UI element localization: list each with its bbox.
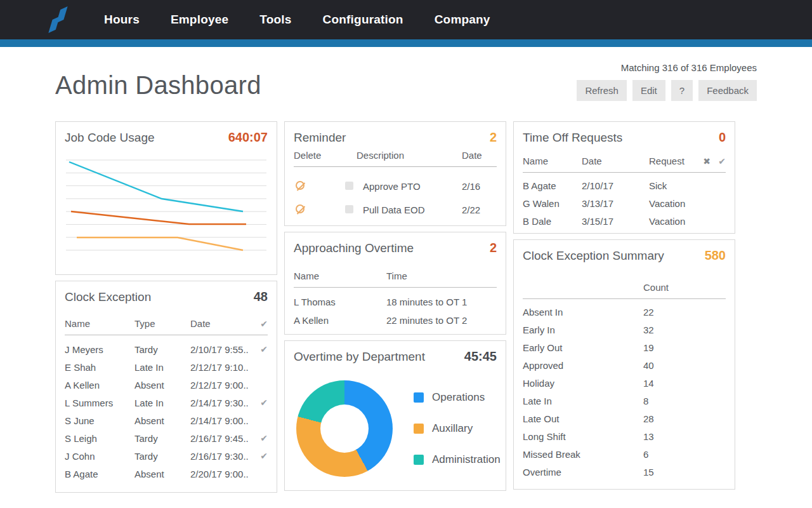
approve-all-icon[interactable]: ✔ [256, 319, 268, 329]
table-row: Holiday 14 [523, 374, 726, 392]
edit-button[interactable]: Edit [632, 80, 665, 101]
cell-date: 3/13/17 [582, 198, 649, 209]
table-row: Pull Data EOD 2/22 [294, 198, 497, 222]
cell-name: A Kellen [294, 315, 386, 326]
cell-request: Vacation [649, 216, 726, 227]
table-row[interactable]: B Dale 3/15/17 Vacation [523, 212, 726, 230]
table-row[interactable]: B Agate Absent 2/20/17 9:00.. [65, 465, 268, 483]
cell-name: J Cohn [65, 451, 134, 462]
table-row[interactable]: E Shah Late In 2/12/17 9:10.. [65, 358, 268, 376]
column-header-type: Type [134, 318, 190, 329]
cell-label: Early In [523, 324, 643, 335]
column-header-date: Date [190, 318, 256, 329]
reminder-checkbox[interactable] [345, 182, 353, 190]
feedback-button[interactable]: Feedback [698, 80, 757, 101]
legend-item: Administration [414, 453, 501, 466]
table-row[interactable]: B Agate 2/10/17 Sick [523, 177, 726, 194]
cell-label: Absent In [523, 307, 643, 318]
job-code-line-chart [65, 154, 268, 255]
approve-all-icon[interactable]: ✔ [710, 156, 726, 166]
table-row[interactable]: J Meyers Tardy 2/10/17 9:55.. ✔ [65, 340, 268, 358]
cell-date: 2/12/17 9:00.. [190, 380, 256, 391]
auxillary-swatch-icon [414, 424, 424, 434]
column-header-description: Description [357, 150, 462, 161]
table-row[interactable]: A Kellen 22 minutes to OT 2 [294, 311, 497, 330]
cell-label: Late In [523, 396, 643, 406]
nav-item-hours[interactable]: Hours [104, 13, 140, 27]
legend-item: Operations [414, 391, 501, 404]
cell-label: Holiday [523, 378, 643, 389]
cell-type: Absent [134, 415, 190, 426]
card-title: Clock Exception [65, 290, 151, 304]
clock-exception-summary-card: Clock Exception Summary 580 Count Absent… [513, 239, 735, 490]
cell-name: L Summers [65, 398, 134, 408]
card-title: Time Off Requests [523, 131, 622, 145]
page-title: Admin Dashboard [55, 71, 261, 100]
cell-date: 2/20/17 9:00.. [190, 469, 256, 479]
delete-reminder-icon[interactable] [296, 181, 304, 190]
column-header-name: Name [523, 156, 582, 166]
cell-count: 8 [643, 396, 726, 406]
table-row[interactable]: S June Absent 2/14/17 9:00.. [65, 411, 268, 429]
cell-type: Late In [134, 398, 190, 408]
cell-name: S June [65, 415, 134, 426]
table-row: Absent In 22 [523, 303, 726, 321]
cell-date: 2/10/17 9:55.. [190, 344, 256, 355]
nav-menu: Hours Employee Tools Configuration Compa… [104, 13, 490, 27]
accent-stripe [0, 39, 812, 47]
table-row[interactable]: L Summers Late In 2/14/17 9:30.. ✔ [65, 394, 268, 411]
reminder-checkbox[interactable] [345, 205, 353, 213]
time-off-count: 0 [719, 130, 726, 145]
table-row[interactable]: L Thomas 18 minutes to OT 1 [294, 293, 497, 311]
cell-type: Tardy [134, 344, 190, 355]
card-title: Clock Exception Summary [523, 249, 664, 263]
cell-date: 2/10/17 [582, 180, 649, 191]
card-title: Approaching Overtime [294, 241, 414, 255]
cell-name: B Dale [523, 216, 582, 227]
table-row[interactable]: S Leigh Tardy 2/16/17 9:45.. ✔ [65, 429, 268, 447]
reminder-count: 2 [490, 130, 497, 145]
approaching-overtime-table: L Thomas 18 minutes to OT 1 A Kellen 22 … [294, 288, 497, 330]
column-header-time: Time [386, 271, 497, 281]
cell-date: 2/16/17 9:45.. [190, 433, 256, 444]
cell-count: 19 [643, 342, 726, 353]
approved-check-icon: ✔ [256, 433, 268, 443]
column-header-name: Name [294, 271, 386, 281]
table-row: Approved 40 [523, 356, 726, 374]
department-donut-chart [296, 380, 393, 477]
table-row[interactable]: A Kellen Absent 2/12/17 9:00.. [65, 376, 268, 394]
reminder-card: Reminder 2 Delete Description Date Appro… [284, 121, 506, 226]
column-header-name: Name [65, 318, 134, 329]
table-row[interactable]: G Walen 3/13/17 Vacation [523, 194, 726, 212]
cell-count: 22 [643, 307, 726, 318]
cell-name: B Agate [65, 469, 134, 479]
column-header-date: Date [462, 150, 497, 161]
job-code-usage-card: Job Code Usage 640:07 [55, 121, 277, 275]
cell-type: Tardy [134, 451, 190, 462]
table-row[interactable]: J Cohn Tardy 2/16/17 9:30.. ✔ [65, 447, 268, 465]
cell-type: Absent [134, 380, 190, 391]
cell-name: E Shah [65, 362, 134, 373]
nav-item-employee[interactable]: Employee [171, 13, 228, 27]
table-row: Late In 8 [523, 392, 726, 410]
column-header-count: Count [643, 282, 726, 293]
nav-item-tools[interactable]: Tools [259, 13, 291, 27]
cell-date: 2/16 [462, 181, 497, 192]
table-row: Late Out 28 [523, 410, 726, 427]
table-row: Overtime 15 [523, 463, 726, 481]
delete-reminder-icon[interactable] [296, 204, 304, 213]
table-row: Approve PTO 2/16 [294, 175, 497, 198]
cell-type: Tardy [134, 433, 190, 444]
cell-description: Approve PTO [363, 181, 462, 192]
refresh-button[interactable]: Refresh [577, 80, 627, 101]
help-button[interactable]: ? [671, 80, 693, 101]
company-logo-icon[interactable] [42, 5, 75, 34]
nav-item-company[interactable]: Company [435, 13, 490, 27]
deny-all-icon[interactable]: ✖ [695, 156, 710, 166]
job-code-usage-total: 640:07 [228, 130, 268, 145]
cell-label: Overtime [523, 467, 643, 478]
legend-item: Auxillary [414, 422, 501, 435]
nav-item-configuration[interactable]: Configuration [323, 13, 403, 27]
column-header-delete: Delete [294, 150, 357, 161]
time-off-requests-card: Time Off Requests 0 Name Date Request ✖ … [513, 121, 735, 234]
